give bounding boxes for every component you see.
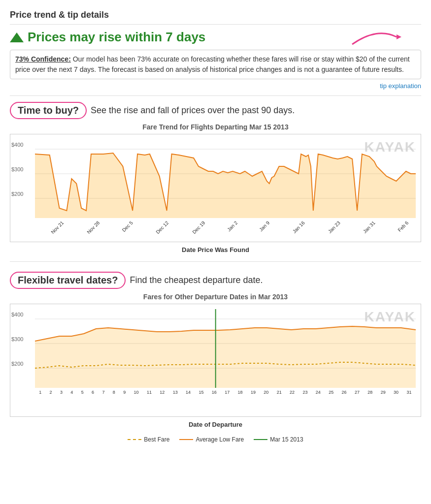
pink-arrow-annotation xyxy=(347,25,406,51)
x-axis-container: Nov 21 Nov 28 Dec 5 Dec 12 Dec 19 Jan 2 … xyxy=(35,218,416,240)
fare-trend-x-title: Date Price Was Found xyxy=(10,246,421,253)
flexible-chart-title: Fares for Other Departure Dates in Mar 2… xyxy=(10,293,421,301)
flex-x-20: 20 xyxy=(264,390,268,395)
flex-x-14: 14 xyxy=(186,390,191,395)
flex-x-6: 6 xyxy=(92,390,94,395)
legend-best-fare-label: Best Fare xyxy=(144,436,169,443)
up-arrow-icon xyxy=(10,32,24,42)
x-label-dec19: Dec 19 xyxy=(191,220,206,235)
confidence-section: 73% Confidence: Our model has been 73% a… xyxy=(10,50,421,79)
flex-x-10: 10 xyxy=(134,390,139,395)
y-label-300: $300 xyxy=(11,166,23,172)
flex-x-2: 2 xyxy=(50,390,52,395)
x-label-dec12: Dec 12 xyxy=(155,220,170,235)
confidence-text: Our model has been 73% accurate on forec… xyxy=(15,55,410,73)
legend-mar15-label: Mar 15 2013 xyxy=(270,436,303,443)
flex-x-3: 3 xyxy=(60,390,63,395)
y-label-400: $400 xyxy=(11,142,23,148)
flex-x-29: 29 xyxy=(381,390,386,395)
y-label-200: $200 xyxy=(11,191,23,197)
x-label-nov21: Nov 21 xyxy=(50,220,65,235)
flex-x-15: 15 xyxy=(199,390,203,395)
time-to-buy-section: Time to buy? See the rise and fall of pr… xyxy=(10,102,421,119)
flex-x-21: 21 xyxy=(277,390,282,395)
flex-x-22: 22 xyxy=(290,390,295,395)
x-label-jan2: Jan 2 xyxy=(226,220,238,232)
svg-marker-8 xyxy=(35,326,416,388)
fare-trend-chart-container: KAYAK $400 $300 $200 Nov 21 Nov 28 Dec 5… xyxy=(10,134,421,242)
flexible-chart-container: KAYAK $400 $300 $200 1 2 3 4 5 6 xyxy=(10,304,421,417)
flexible-x-title: Date of Departure xyxy=(10,421,421,428)
confidence-label: 73% Confidence: xyxy=(15,55,71,63)
price-alert-text: Prices may rise within 7 days xyxy=(28,30,205,45)
x-label-jan9: Jan 9 xyxy=(259,220,271,232)
flexible-x-axis-container: 1 2 3 4 5 6 7 8 9 10 11 12 13 14 15 16 1… xyxy=(35,388,416,400)
flex-x-8: 8 xyxy=(113,390,115,395)
legend-dotted-line xyxy=(128,439,141,440)
chart-watermark-1: KAYAK xyxy=(365,139,416,155)
price-alert: Prices may rise within 7 days xyxy=(10,30,421,45)
flex-x-23: 23 xyxy=(302,390,307,395)
legend-avg-low-fare: Average Low Fare xyxy=(179,436,244,443)
flex-x-5: 5 xyxy=(81,390,84,395)
flexible-section: Flexible travel dates? Find the cheapest… xyxy=(10,272,421,443)
flex-x-12: 12 xyxy=(160,390,165,395)
x-label-jan31: Jan 31 xyxy=(362,220,376,234)
fare-trend-chart-title: Fare Trend for Flights Departing Mar 15 … xyxy=(10,123,421,131)
flex-x-24: 24 xyxy=(316,390,321,395)
flex-x-18: 18 xyxy=(238,390,243,395)
flex-x-1: 1 xyxy=(39,390,41,395)
x-label-jan16: Jan 16 xyxy=(292,220,306,234)
section-divider-1 xyxy=(10,95,421,96)
flex-x-25: 25 xyxy=(329,390,333,395)
time-to-buy-circled: Time to buy? xyxy=(10,102,87,119)
flex-x-19: 19 xyxy=(251,390,256,395)
legend-solid-line xyxy=(179,439,193,440)
section-divider-2 xyxy=(10,261,421,262)
flex-y-label-400: $400 xyxy=(11,312,23,317)
legend-green-line xyxy=(254,439,267,440)
flexible-circled: Flexible travel dates? xyxy=(10,272,126,289)
svg-marker-4 xyxy=(35,153,416,218)
x-label-feb6: Feb 6 xyxy=(397,220,409,233)
flex-x-9: 9 xyxy=(123,390,126,395)
flex-x-17: 17 xyxy=(225,390,230,395)
x-label-nov28: Nov 28 xyxy=(86,220,100,235)
flex-y-label-300: $300 xyxy=(11,336,23,342)
fare-trend-svg xyxy=(35,139,416,218)
flex-x-7: 7 xyxy=(102,390,104,395)
flex-x-30: 30 xyxy=(394,390,398,395)
legend-avg-low-fare-label: Average Low Fare xyxy=(196,436,244,443)
flexible-chart-svg xyxy=(35,309,416,388)
flex-x-28: 28 xyxy=(367,390,372,395)
legend-best-fare: Best Fare xyxy=(128,436,169,443)
flex-x-4: 4 xyxy=(70,390,73,395)
flex-x-13: 13 xyxy=(173,390,178,395)
time-to-buy-description: See the rise and fall of prices over the… xyxy=(91,105,295,116)
flex-x-11: 11 xyxy=(147,390,152,395)
chart-watermark-2: KAYAK xyxy=(365,309,416,325)
legend-mar15: Mar 15 2013 xyxy=(254,436,303,443)
flexible-header: Flexible travel dates? Find the cheapest… xyxy=(10,272,421,289)
flex-x-16: 16 xyxy=(212,390,217,395)
x-label-jan23: Jan 23 xyxy=(327,220,341,234)
flex-x-26: 26 xyxy=(342,390,347,395)
flex-x-27: 27 xyxy=(355,390,360,395)
flex-x-31: 31 xyxy=(406,390,411,395)
svg-marker-0 xyxy=(397,34,401,39)
flex-y-label-200: $200 xyxy=(11,361,23,367)
tip-explanation-link[interactable]: tip explanation xyxy=(10,82,421,90)
page-title: Price trend & tip details xyxy=(10,10,421,25)
flexible-description: Find the cheapest departure date. xyxy=(130,275,263,285)
chart-legend: Best Fare Average Low Fare Mar 15 2013 xyxy=(10,436,421,443)
x-label-dec5: Dec 5 xyxy=(121,220,134,233)
